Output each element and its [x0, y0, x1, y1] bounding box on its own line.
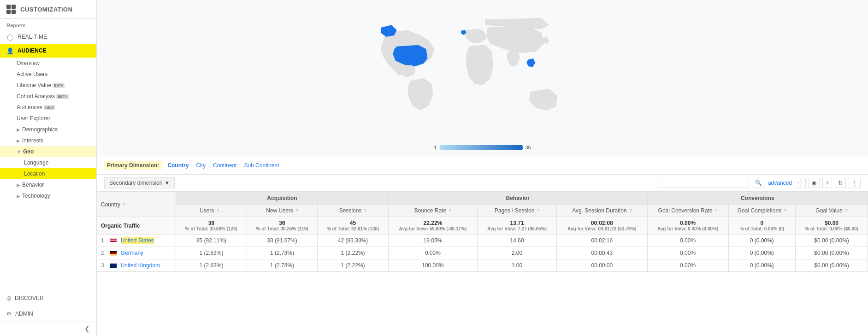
row1-pages: 14.60 [477, 235, 556, 247]
row2-flag [110, 251, 117, 256]
row1-goal-conv: 0.00% [647, 235, 728, 247]
row2-avg-session: 00:00:43 [557, 247, 647, 259]
primary-dimension-row: Primary Dimension: Country City Continen… [97, 157, 868, 175]
new-users-help-icon[interactable]: ? [295, 208, 298, 213]
row3-bounce: 100.00% [388, 259, 477, 272]
organic-goal-value: $0.00 % of Total: 0.00% ($0.00) [796, 217, 868, 235]
sidebar-item-geo[interactable]: ▼ Geo [0, 146, 96, 157]
advanced-link[interactable]: advanced [768, 180, 792, 186]
country-help-icon[interactable]: ? [123, 202, 125, 207]
person-icon: 👤 [6, 47, 14, 54]
table-row: 3. United Kingdom 1 (2.63%) 1 (2.78%) 1 … [97, 259, 868, 272]
chart-view-btn[interactable]: ◉ [809, 178, 820, 188]
behavior-expand-icon: ▶ [17, 182, 20, 188]
legend-min: 1 [434, 145, 437, 150]
row1-goal-value: $0.00 (0.00%) [796, 235, 868, 247]
sidebar-item-interests[interactable]: ▶ Interests [0, 135, 96, 146]
secondary-dimension-btn[interactable]: Secondary dimension ▼ [104, 177, 175, 188]
interests-expand-icon: ▶ [17, 138, 20, 143]
discover-label: DISCOVER [15, 295, 44, 301]
pages-help-icon[interactable]: ? [537, 208, 540, 213]
row3-goal-value: $0.00 (0.00%) [796, 259, 868, 272]
sidebar-item-cohort-analysis[interactable]: Cohort AnalysisBETA [0, 91, 96, 102]
avg-session-help-icon[interactable]: ? [629, 208, 632, 213]
discover-icon: ◎ [6, 295, 11, 301]
bounce-help-icon[interactable]: ? [449, 208, 451, 213]
row3-users: 1 (2.63%) [176, 259, 247, 272]
row1-country: 1. United States [97, 235, 176, 247]
secondary-dim-arrow: ▼ [164, 180, 170, 186]
sidebar-item-active-users[interactable]: Active Users [0, 69, 96, 80]
th-users: Users ? ↓ [176, 205, 247, 217]
th-sessions: Sessions ? [318, 205, 389, 217]
row1-country-link[interactable]: United States [121, 237, 154, 244]
row2-sessions: 1 (2.22%) [318, 247, 389, 259]
sessions-help-icon[interactable]: ? [364, 208, 367, 213]
clock-icon: ◯ [6, 33, 14, 41]
goal-value-help-icon[interactable]: ? [845, 208, 848, 213]
sidebar-header-title: CUSTOMIZATION [20, 6, 73, 13]
sidebar-item-audiences[interactable]: AudiencesNEW [0, 102, 96, 113]
sidebar-item-realtime[interactable]: ◯ REAL-TIME [0, 30, 96, 44]
row3-country: 3. United Kingdom [97, 259, 176, 272]
sidebar-bottom: ◎ DISCOVER ⚙ ADMIN ❮ [0, 290, 96, 335]
row2-rank: 2. [101, 250, 106, 256]
row1-new-users: 33 (91.67%) [247, 235, 318, 247]
row1-rank: 1. [101, 237, 106, 244]
sidebar-item-audience[interactable]: 👤 AUDIENCE [0, 44, 96, 58]
main-content: 1 35 Primary Dimension: Country City Con… [97, 0, 868, 335]
dim-country-btn[interactable]: Country [165, 161, 190, 170]
sidebar-item-behavior[interactable]: ▶ Behavior [0, 179, 96, 190]
sidebar-item-user-explorer[interactable]: User Explorer [0, 113, 96, 124]
sidebar-item-demographics[interactable]: ▶ Demographics [0, 124, 96, 135]
sidebar-item-admin[interactable]: ⚙ ADMIN [0, 306, 96, 322]
row2-country: 2. Germany [97, 247, 176, 259]
th-new-users: New Users ? [247, 205, 318, 217]
sidebar-item-location[interactable]: Location [0, 168, 96, 179]
th-avg-session: Avg. Session Duration ? [557, 205, 647, 217]
row1-avg-session: 00:02:16 [557, 235, 647, 247]
table-row: 1. United States 35 (92.11%) 33 (91.67%)… [97, 235, 868, 247]
search-button[interactable]: 🔍 [752, 178, 765, 188]
row3-sessions: 1 (2.22%) [318, 259, 389, 272]
more-options-btn[interactable]: ⋮ [849, 178, 861, 188]
sidebar-collapse-button[interactable]: ❮ [0, 322, 96, 335]
organic-goal-conv: 0.00% Avg for View: 0.00% (0.00%) [647, 217, 728, 235]
row2-new-users: 1 (2.78%) [247, 247, 318, 259]
dim-sub-continent-btn[interactable]: Sub Continent [242, 161, 281, 170]
users-sort-icon[interactable]: ↓ [221, 208, 223, 213]
sort-btn[interactable]: ⇅ [835, 178, 846, 188]
sidebar-item-realtime-label: REAL-TIME [18, 34, 47, 40]
goal-completions-help-icon[interactable]: ? [784, 208, 786, 213]
sidebar-item-technology[interactable]: ▶ Technology [0, 190, 96, 201]
grid-view-btn[interactable]: ⁛ [795, 178, 806, 188]
row3-new-users: 1 (2.78%) [247, 259, 318, 272]
row2-country-link[interactable]: Germany [121, 250, 143, 256]
reports-section-label: Reports [0, 19, 96, 30]
dim-continent-btn[interactable]: Continent [211, 161, 238, 170]
row3-pages: 1.00 [477, 259, 556, 272]
th-country: Country ? [97, 192, 176, 217]
filter-btn[interactable]: ≡ [822, 178, 832, 188]
sidebar-header: CUSTOMIZATION [0, 0, 96, 19]
row2-goal-value: $0.00 (0.00%) [796, 247, 868, 259]
world-map-container: 1 35 [97, 0, 868, 157]
lifetime-value-badge: BETA [53, 83, 65, 88]
row3-flag [110, 263, 117, 268]
dim-city-btn[interactable]: City [194, 161, 207, 170]
search-input[interactable] [657, 178, 749, 188]
users-help-icon[interactable]: ? [217, 208, 219, 213]
row3-country-link[interactable]: United Kingdom [121, 262, 160, 269]
legend-max: 35 [525, 145, 531, 150]
goal-conv-help-icon[interactable]: ? [715, 208, 718, 213]
row1-goal-completions: 0 (0.00%) [728, 235, 795, 247]
table-row: 2. Germany 1 (2.63%) 1 (2.78%) 1 (2.22%)… [97, 247, 868, 259]
row3-goal-completions: 0 (0.00%) [728, 259, 795, 272]
sidebar-item-language[interactable]: Language [0, 157, 96, 168]
sidebar-item-discover[interactable]: ◎ DISCOVER [0, 290, 96, 306]
sidebar-item-overview[interactable]: Overview [0, 58, 96, 69]
row2-bounce: 0.00% [388, 247, 477, 259]
organic-goal-completions: 0 % of Total: 0.00% (0) [728, 217, 795, 235]
sidebar-item-lifetime-value[interactable]: Lifetime ValueBETA [0, 80, 96, 91]
toolbar-row: Secondary dimension ▼ 🔍 advanced ⁛ ◉ ≡ ⇅… [97, 175, 868, 192]
